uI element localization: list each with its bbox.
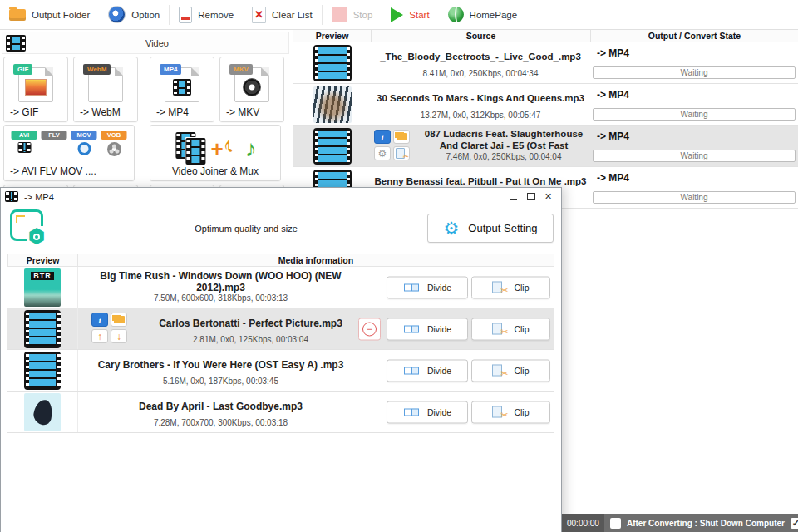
output-cell: -> MP4 Waiting <box>590 42 798 83</box>
video-section-title: Video <box>26 38 288 48</box>
clip-button[interactable]: Clip <box>471 276 550 298</box>
joiner-label: Video Joiner & Mux <box>172 165 259 177</box>
dialog-media-table: Preview Media information BTR Big Time R… <box>7 254 554 433</box>
table-row[interactable]: _The_Bloody_Beetroots_-_Live_Good_.mp3 8… <box>293 42 798 84</box>
shutdown-checkbox[interactable] <box>610 518 621 529</box>
divide-button[interactable]: Divide <box>387 276 468 298</box>
remove-icon <box>179 7 192 23</box>
file-meta: 7.50M, 600x600, 318Kbps, 00:03:13 <box>85 293 357 305</box>
clear-list-button[interactable]: Clear List <box>243 0 322 29</box>
column-header-output: Output / Convert State <box>591 29 798 42</box>
info-icon[interactable] <box>91 313 108 327</box>
start-button[interactable]: Start <box>382 0 438 29</box>
film-reel-icon <box>107 142 121 156</box>
queue-table-header: Preview Source Output / Convert State <box>293 29 798 42</box>
format-button-webm[interactable]: WebM -> WebM <box>73 57 138 122</box>
convert-state-label: Waiting <box>681 193 708 202</box>
quality-subtitle: Optimum quality and size <box>126 224 367 234</box>
table-row[interactable]: 30 Seconds To Mars - Kings And Queens.mp… <box>293 84 798 126</box>
clip-button[interactable]: Clip <box>471 359 550 382</box>
media-list-item[interactable]: Dead By April - Last Goodbye.mp3 7.28M, … <box>7 392 554 433</box>
file-meta: 13.27M, 0x0, 312Kbps, 00:05:47 <box>372 111 589 122</box>
homepage-label: HomePage <box>470 10 518 20</box>
clip-label: Clip <box>514 283 529 293</box>
table-row[interactable]: 087 Ludacris Feat. Slaughterhouse And Cl… <box>293 126 798 167</box>
gear-icon[interactable] <box>374 146 391 160</box>
media-list-item[interactable]: Carlos Bertonatti - Perfect Picture.mp3 … <box>7 308 554 350</box>
convert-progress-bar: Waiting <box>593 66 796 79</box>
file-name: Carlos Bertonatti - Perfect Picture.mp3 <box>145 312 357 335</box>
format-label: -> AVI FLV MOV .... <box>10 165 96 177</box>
divide-label: Divide <box>427 283 451 293</box>
convert-state-label: Waiting <box>681 68 708 77</box>
format-button-mp4[interactable]: MP4 -> MP4 <box>150 57 214 122</box>
divide-icon <box>403 407 420 416</box>
file-page-icon: WebM <box>88 67 123 102</box>
mov-file-icon: MOV <box>71 131 98 160</box>
scissors-icon <box>492 282 506 293</box>
dialog-rows: BTR Big Time Rush - Windows Down (WOO HO… <box>7 267 554 433</box>
multi-format-icons: AVI FLV MOV VOB <box>11 131 128 160</box>
move-up-icon[interactable] <box>91 329 108 343</box>
divide-button[interactable]: Divide <box>387 401 468 423</box>
clear-list-icon <box>252 7 266 23</box>
preview-cell <box>7 308 78 349</box>
move-down-icon[interactable] <box>111 329 127 343</box>
folder-icon[interactable] <box>111 313 127 327</box>
remove-item-button[interactable] <box>358 318 381 340</box>
clip-button[interactable]: Clip <box>471 318 550 340</box>
option-label: Option <box>131 10 160 20</box>
vob-file-icon: VOB <box>101 131 128 160</box>
elapsed-time: 00:00:00 <box>562 514 604 532</box>
file-meta: 5.16M, 0x0, 187Kbps, 00:03:45 <box>85 377 357 388</box>
format-button-mkv[interactable]: MKV -> MKV <box>219 57 284 122</box>
output-folder-button[interactable]: Output Folder <box>0 0 99 29</box>
output-cell: -> MP4 Waiting <box>590 126 798 166</box>
clip-icon[interactable] <box>393 146 410 160</box>
video-joiner-button[interactable]: + ♪♪ Video Joiner & Mux <box>150 125 281 181</box>
output-folder-label: Output Folder <box>32 10 90 20</box>
option-button[interactable]: Option <box>99 0 169 29</box>
homepage-button[interactable]: HomePage <box>439 0 527 29</box>
media-list-item[interactable]: BTR Big Time Rush - Windows Down (WOO HO… <box>7 267 554 308</box>
stop-button[interactable]: Stop <box>323 0 382 29</box>
film-strip-icon <box>173 79 191 96</box>
divide-icon <box>403 324 420 333</box>
mkv-badge: MKV <box>229 64 253 75</box>
file-meta: 2.81M, 0x0, 125Kbps, 00:03:04 <box>145 335 357 347</box>
media-list-item[interactable]: Cary Brothers - If You Were Here (OST Ea… <box>7 350 554 392</box>
preview-cell <box>7 392 78 432</box>
video-section-header[interactable]: Video <box>2 32 289 54</box>
maximize-button[interactable] <box>522 190 539 204</box>
clip-label: Clip <box>514 324 529 334</box>
scissors-icon <box>492 406 506 418</box>
folder-icon[interactable] <box>393 130 410 144</box>
source-cell: _The_Bloody_Beetroots_-_Live_Good_.mp3 8… <box>371 42 590 83</box>
info-icon[interactable] <box>374 130 391 144</box>
joiner-icon: + ♪♪ <box>175 132 254 165</box>
dialog-titlebar[interactable]: -> MP4 <box>1 188 561 205</box>
file-name: Dead By April - Last Goodbye.mp3 <box>85 395 357 418</box>
divide-button[interactable]: Divide <box>387 318 468 340</box>
divide-label: Divide <box>427 366 451 376</box>
minimize-button[interactable] <box>505 190 522 204</box>
remove-button[interactable]: Remove <box>170 0 243 29</box>
remove-label: Remove <box>198 10 234 20</box>
row-action-icons <box>374 130 413 160</box>
column-header-preview: Preview <box>8 254 78 266</box>
format-button-avi-flv-mov[interactable]: AVI FLV MOV VOB -> AVI FLV MOV .... <box>3 125 135 181</box>
complete-notify-checkbox[interactable] <box>791 518 798 529</box>
file-name: 087 Ludacris Feat. Slaughterhouse And Cl… <box>419 128 589 152</box>
divide-label: Divide <box>427 407 451 417</box>
clip-button[interactable]: Clip <box>471 401 550 423</box>
output-setting-button[interactable]: Output Setting <box>427 214 554 243</box>
gear-icon <box>444 219 460 239</box>
divide-button[interactable]: Divide <box>387 359 468 382</box>
shutdown-label: After Converting : Shut Down Computer <box>627 519 785 528</box>
output-format-label: -> MP4 <box>597 89 796 101</box>
source-cell: 30 Seconds To Mars - Kings And Queens.mp… <box>371 84 590 125</box>
globe-icon <box>448 7 464 22</box>
close-button[interactable] <box>539 190 557 204</box>
format-button-gif[interactable]: GIF -> GIF <box>3 57 68 122</box>
file-name: Cary Brothers - If You Were Here (OST Ea… <box>85 353 357 377</box>
